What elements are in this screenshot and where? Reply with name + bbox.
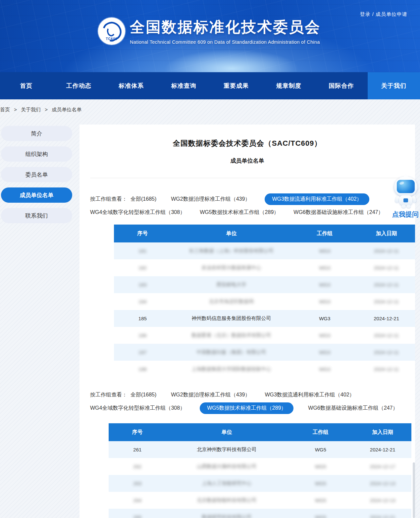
col-header-join-date: 加入日期 [354,423,411,441]
tc609-logo-icon: TC609 [98,18,125,45]
sidebar-item-org-structure[interactable]: 组织架构 [1,146,72,162]
table-row: 183 西安邮电大学 WG3 2024-12-11 [114,276,415,293]
cell-serial: 183 [114,276,171,293]
filter-chip-wg6[interactable]: WG6数据基础设施标准工作组（247） [293,209,383,216]
robot-face-screen [397,180,415,193]
col-header-unit: 单位 [171,225,292,242]
nav-item-standard-search[interactable]: 标准查询 [158,72,210,99]
sidebar-item-committee-list[interactable]: 委员名单 [1,167,72,182]
filter-chip-wg5-active[interactable]: WG5数据技术标准工作组（289） [200,402,293,414]
cell-serial: 186 [114,327,171,344]
page-subtitle: 成员单位名单 [79,157,415,165]
col-header-serial: 序号 [109,423,166,441]
cell-workgroup: WG3 [291,293,358,310]
cell-join-date: 2024-12-13 [354,475,411,492]
site-title: 全国数据标准化技术委员会 [130,17,321,37]
cell-unit: 中国数据出版（集团）有限公司 [171,344,292,361]
scrollbar-thumb[interactable] [413,462,415,518]
sidebar-item-contact-us[interactable]: 联系我们 [1,208,72,223]
filter-chip-wg3[interactable]: WG3数据流通利用标准工作组（402） [265,391,354,398]
cell-workgroup: WG3 [291,344,358,361]
filter-label: 按工作组查看： [90,391,127,398]
cell-serial: 181 [114,242,171,259]
table-row: 186 数据要素（北京）数据技术有限公司 WG3 2024-12-11 [114,327,415,344]
filter-chip-wg2[interactable]: WG2数据治理标准工作组（439） [171,196,250,203]
nav-item-regulations[interactable]: 规章制度 [263,72,315,99]
member-table-wg3: 序号 单位 工作组 加入日期 181 长三角数据（上海）科技股份有限公司 WG3… [114,225,415,378]
assistant-ask-label[interactable]: 点我提问 [390,210,420,219]
cell-workgroup: WG5 [287,475,354,492]
cell-serial: 262 [109,458,166,475]
logo-text: TC609 [98,37,125,41]
brand: TC609 全国数据标准化技术委员会 National Technical Co… [98,17,321,45]
cell-workgroup: WG5 [287,458,354,475]
cell-join-date: 2024-12-13 [354,492,411,509]
breadcrumb-separator: > [45,107,48,112]
cell-workgroup: WG3 [291,276,358,293]
nav-item-standard-system[interactable]: 标准体系 [105,72,158,99]
cell-unit: 北京市海淀区数据局 [171,293,292,310]
nav-item-key-results[interactable]: 重要成果 [210,72,263,99]
breadcrumb-about[interactable]: 关于我们 [21,107,41,112]
cell-serial: 188 [114,361,171,378]
table-row: 261 北京神州数字科技有限公司 WG5 2024-12-21 [109,441,411,458]
filter-chip-wg3-active[interactable]: WG3数据流通利用标准工作组（402） [265,193,369,205]
col-header-workgroup: 工作组 [287,423,354,441]
table-row: 184 北京市海淀区数据局 WG3 2024-12-11 [114,293,415,310]
cell-join-date: 2024-12-11 [358,242,415,259]
sidebar-item-member-units[interactable]: 成员单位名单 [1,187,72,203]
cell-join-date: 2024-12-21 [354,441,411,458]
cell-join-date: 2024-12-11 [358,344,415,361]
cell-join-date: 2024-12-11 [358,276,415,293]
robot-foot [401,205,406,208]
cell-unit: 神州数码信息服务集团股份有限公司 [171,310,292,327]
cell-serial: 264 [109,492,166,509]
robot-foot [406,205,411,208]
cell-workgroup: WG5 [287,441,354,458]
table-row: 265 数据研究科技有限公司 WG5 2024-12-21 [109,509,411,518]
nav-item-international[interactable]: 国际合作 [315,72,368,99]
filter-chip-all[interactable]: 全部(1685) [131,196,156,203]
cell-join-date: 2024-12-21 [358,310,415,327]
site-banner: 登录 / 成员单位申请 TC609 全国数据标准化技术委员会 National … [0,0,420,72]
robot-badge [403,198,408,202]
breadcrumb-home[interactable]: 首页 [0,107,10,112]
table-row: 182 农业农村部大数据发展中心 WG3 2024-12-11 [114,259,415,276]
filter-chip-wg6[interactable]: WG6数据基础设施标准工作组（247） [308,405,398,412]
cell-workgroup: WG3 [291,310,358,327]
assistant-robot-icon[interactable] [393,174,419,208]
cell-unit: 西安邮电大学 [171,276,292,293]
breadcrumb-current: 成员单位名单 [52,107,81,112]
cell-workgroup: WG5 [287,492,354,509]
cell-join-date: 2024-12-17 [354,458,411,475]
cell-serial: 185 [114,310,171,327]
nav-item-work-news[interactable]: 工作动态 [53,72,105,99]
login-apply-link[interactable]: 登录 / 成员单位申请 [360,11,407,18]
cell-unit: 山西数据大脑科技有限公司 [166,458,288,475]
table-row: 188 上海数据集团大学国际数据创新中心 WG3 2024-12-11 [114,361,415,378]
page: 登录 / 成员单位申请 TC609 全国数据标准化技术委员会 National … [0,0,420,518]
table-header-row: 序号 单位 工作组 加入日期 [114,225,415,242]
cell-workgroup: WG3 [291,259,358,276]
table-row: 262 山西数据大脑科技有限公司 WG5 2024-12-17 [109,458,411,475]
site-subtitle-en: National Technical Committee 609 on Data… [130,39,321,45]
filter-chip-wg4[interactable]: WG4全域数字化转型标准工作组（308） [90,209,185,216]
cell-unit: 农业农村部大数据发展中心 [171,259,292,276]
filter-chip-all[interactable]: 全部(1685) [131,391,156,398]
cell-unit: 长三角数据（上海）科技股份有限公司 [171,242,292,259]
cell-serial: 265 [109,509,166,518]
filter-label: 按工作组查看： [90,196,127,203]
cell-serial: 184 [114,293,171,310]
nav-item-home[interactable]: 首页 [0,72,53,99]
main-nav: 首页 工作动态 标准体系 标准查询 重要成果 规章制度 国际合作 关于我们 [0,72,420,99]
cell-workgroup: WG3 [291,327,358,344]
filter-chip-wg4[interactable]: WG4全域数字化转型标准工作组（308） [90,405,185,412]
member-table-wg5: 序号 单位 工作组 加入日期 261 北京神州数字科技有限公司 WG5 2024… [109,423,411,518]
filter-chip-wg2[interactable]: WG2数据治理标准工作组（439） [171,391,250,398]
table-header-row: 序号 单位 工作组 加入日期 [109,423,411,441]
filter-section-wg3: 按工作组查看： 全部(1685) WG2数据治理标准工作组（439） WG3数据… [90,193,405,216]
cell-unit: 上海人工智能研究中心 [166,475,288,492]
filter-chip-wg5[interactable]: WG5数据技术标准工作组（289） [200,209,279,216]
nav-item-about-us[interactable]: 关于我们 [368,72,420,99]
sidebar-item-intro[interactable]: 简介 [1,126,72,141]
